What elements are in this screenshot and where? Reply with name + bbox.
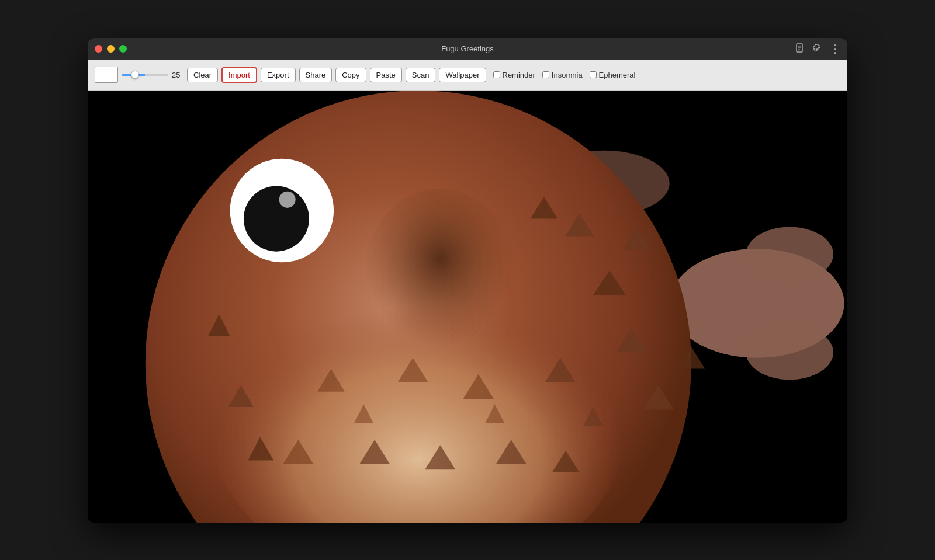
titlebar: Fugu Greetings ⋮ <box>88 38 847 60</box>
copy-button[interactable]: Copy <box>335 68 366 82</box>
wallpaper-button[interactable]: Wallpaper <box>439 68 486 82</box>
svg-point-6 <box>746 227 833 281</box>
reminder-checkbox[interactable] <box>493 71 500 78</box>
maximize-button[interactable] <box>119 45 127 53</box>
puzzle-icon[interactable] <box>812 43 822 54</box>
titlebar-actions: ⋮ <box>795 43 840 55</box>
clear-button[interactable]: Clear <box>187 68 218 82</box>
share-button[interactable]: Share <box>299 68 333 82</box>
pen-preview <box>95 67 118 83</box>
ephemeral-label[interactable]: Ephemeral <box>590 71 636 79</box>
insomnia-checkbox[interactable] <box>542 71 549 78</box>
toolbar: 25 Clear Import Export Share Copy Paste … <box>88 60 847 91</box>
svg-point-7 <box>746 325 833 379</box>
fugu-canvas[interactable] <box>88 91 847 523</box>
checkbox-group: Reminder Insomnia Ephemeral <box>493 71 636 79</box>
slider-value: 25 <box>172 71 183 79</box>
paste-button[interactable]: Paste <box>370 68 402 82</box>
close-button[interactable] <box>95 45 102 53</box>
app-window: Fugu Greetings ⋮ 25 C <box>88 38 847 523</box>
reminder-label[interactable]: Reminder <box>493 71 535 79</box>
window-title: Fugu Greetings <box>441 44 494 53</box>
brush-size-slider[interactable] <box>122 74 168 76</box>
insomnia-label[interactable]: Insomnia <box>542 71 583 79</box>
canvas-area[interactable] <box>88 91 847 523</box>
more-icon[interactable]: ⋮ <box>830 43 840 55</box>
scan-button[interactable]: Scan <box>406 68 436 82</box>
minimize-button[interactable] <box>107 45 115 53</box>
slider-container: 25 <box>122 71 183 79</box>
export-button[interactable]: Export <box>261 68 296 82</box>
ephemeral-checkbox[interactable] <box>590 71 597 78</box>
document-icon[interactable] <box>795 43 804 54</box>
svg-point-14 <box>363 189 517 363</box>
svg-point-12 <box>244 186 309 251</box>
import-button[interactable]: Import <box>221 67 257 83</box>
svg-point-13 <box>279 191 296 207</box>
traffic-lights <box>95 45 127 53</box>
